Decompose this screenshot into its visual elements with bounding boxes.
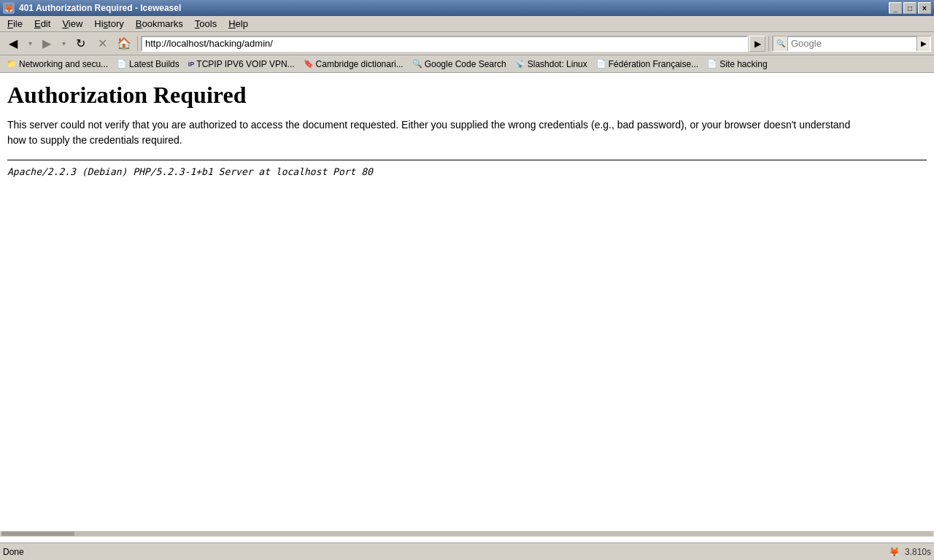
- folder-icon: 📁: [7, 59, 17, 69]
- menu-bookmarks[interactable]: Bookmarks: [130, 17, 189, 31]
- scrollbar-thumb[interactable]: [1, 532, 74, 536]
- menu-file[interactable]: File: [1, 17, 28, 31]
- google-code-icon: 🔍: [412, 59, 422, 69]
- search-engine-selector[interactable]: 🔍: [773, 36, 788, 51]
- server-info: Apache/2.2.3 (Debian) PHP/5.2.3-1+b1 Ser…: [7, 166, 927, 177]
- titlebar-left: 🦊 401 Authorization Required - Iceweasel: [3, 2, 181, 14]
- status-text: Done: [3, 547, 24, 557]
- browser-status-icon: 🦊: [887, 545, 902, 559]
- search-go-button[interactable]: ▶: [916, 36, 930, 51]
- status-right: 🦊 3.810s: [887, 545, 931, 559]
- maximize-button[interactable]: □: [903, 2, 916, 14]
- forward-button[interactable]: ▶: [36, 34, 57, 53]
- site-hacking-icon: 📄: [707, 59, 717, 69]
- back-dropdown-button[interactable]: ▾: [25, 34, 35, 53]
- titlebar: 🦊 401 Authorization Required - Iceweasel…: [0, 0, 934, 16]
- slashdot-icon: 📡: [515, 59, 525, 69]
- menu-history[interactable]: History: [88, 17, 129, 31]
- back-button[interactable]: ◀: [3, 34, 23, 53]
- cambridge-icon: 🔖: [304, 59, 314, 69]
- page-icon: 📄: [117, 59, 127, 69]
- content-divider: [7, 160, 927, 160]
- go-button[interactable]: ▶: [749, 36, 765, 52]
- minimize-button[interactable]: _: [889, 2, 902, 14]
- menu-edit[interactable]: Edit: [28, 17, 56, 31]
- scrollbar-track[interactable]: [1, 532, 933, 536]
- bookmark-tcpip-label: TCPIP IPV6 VOIP VPN...: [196, 59, 294, 69]
- bookmark-site-hacking[interactable]: 📄 Site hacking: [703, 58, 771, 71]
- bookmark-latest-builds[interactable]: 📄 Latest Builds: [113, 58, 183, 71]
- load-time: 3.810s: [905, 547, 931, 557]
- menu-help[interactable]: Help: [223, 17, 254, 31]
- titlebar-buttons[interactable]: _ □ ×: [889, 2, 931, 14]
- toolbar: ◀ ▾ ▶ ▾ ↻ ✕ 🏠 ▶ 🔍 ▶: [0, 32, 934, 55]
- bookmark-cambridge-label: Cambridge dictionari...: [316, 59, 404, 69]
- statusbar: Done 🦊 3.810s: [0, 542, 934, 560]
- bookmark-federation-label: Fédération Française...: [609, 59, 698, 69]
- bookmark-federation[interactable]: 📄 Fédération Française...: [593, 58, 702, 71]
- close-button[interactable]: ×: [918, 2, 931, 14]
- bookmark-google-code-label: Google Code Search: [425, 59, 506, 69]
- bookmark-latest-builds-label: Latest Builds: [129, 59, 180, 69]
- stop-button[interactable]: ✕: [92, 34, 112, 53]
- ip-icon: IP: [188, 61, 195, 68]
- bookmark-slashdot[interactable]: 📡 Slashdot: Linux: [512, 58, 591, 71]
- bookmark-networking-label: Networking and secu...: [19, 59, 108, 69]
- titlebar-title: 401 Authorization Required - Iceweasel: [19, 3, 181, 13]
- scrollbar-area[interactable]: [0, 531, 934, 537]
- page-description: This server could not verify that you ar…: [7, 117, 854, 148]
- toolbar-separator: [137, 36, 138, 51]
- url-bar[interactable]: [141, 36, 748, 52]
- bookmark-slashdot-label: Slashdot: Linux: [528, 59, 587, 69]
- browser-icon: 🦊: [3, 2, 15, 14]
- content-area: Authorization Required This server could…: [0, 73, 934, 542]
- menubar: File Edit View History Bookmarks Tools H…: [0, 16, 934, 32]
- url-bar-container: ▶: [141, 36, 765, 52]
- bookmarks-bar: 📁 Networking and secu... 📄 Latest Builds…: [0, 55, 934, 73]
- bookmark-site-hacking-label: Site hacking: [719, 59, 767, 69]
- federation-icon: 📄: [596, 59, 606, 69]
- menu-tools[interactable]: Tools: [189, 17, 223, 31]
- bookmark-networking[interactable]: 📁 Networking and secu...: [3, 58, 112, 71]
- toolbar-separator-2: [768, 36, 769, 51]
- status-left: Done: [3, 547, 24, 557]
- bookmark-tcpip[interactable]: IP TCPIP IPV6 VOIP VPN...: [185, 58, 298, 71]
- bookmark-google-code[interactable]: 🔍 Google Code Search: [409, 58, 510, 71]
- bookmark-cambridge[interactable]: 🔖 Cambridge dictionari...: [300, 58, 407, 71]
- forward-dropdown-button[interactable]: ▾: [58, 34, 69, 53]
- page-title: Authorization Required: [7, 82, 927, 109]
- menu-view[interactable]: View: [56, 17, 88, 31]
- reload-button[interactable]: ↻: [70, 34, 90, 53]
- search-input[interactable]: [788, 38, 916, 49]
- search-container: 🔍 ▶: [772, 36, 931, 52]
- home-button[interactable]: 🏠: [114, 34, 134, 53]
